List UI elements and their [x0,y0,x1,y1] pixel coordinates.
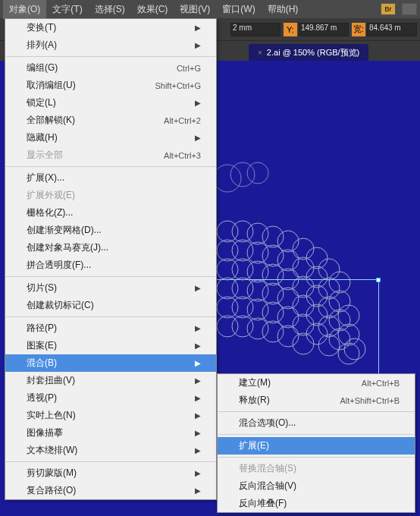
blend-menu-item-5[interactable]: 扩展(E) [218,437,415,455]
object-menu-item-12[interactable]: 栅格化(Z)... [5,204,216,222]
workspace-icon[interactable] [402,3,417,15]
blend-menu-item-9[interactable]: 反向堆叠(F) [218,495,415,512]
object-menu-item-label: 混合(B) [27,357,57,370]
toolbar-y: Y: 149.867 m [284,23,349,36]
blend-menu-item-label: 扩展(E) [239,439,269,452]
menu-window[interactable]: 窗口(W) [216,0,261,19]
chevron-right-icon: ▶ [195,394,201,402]
object-menu-item-22[interactable]: 混合(B)▶ [5,354,216,372]
menu-effect[interactable]: 效果(C) [131,0,174,19]
object-menu-item-label: 创建渐变网格(D)... [27,224,102,237]
svg-point-9 [306,247,328,269]
object-menu-item-label: 实时上色(N) [27,409,76,422]
object-menu-item-label: 拼合透明度(F)... [27,259,91,272]
blend-menu-separator [218,434,414,435]
object-menu-shortcut: Alt+Ctrl+3 [164,151,201,160]
menu-select[interactable]: 选择(S) [89,0,131,19]
object-menu-item-label: 切片(S) [27,282,57,294]
object-menu-item-label: 隐藏(H) [27,131,58,144]
object-menu-item-label: 全部解锁(K) [27,114,75,127]
object-menu-separator [6,461,215,462]
object-menu-item-label: 复合路径(O) [27,484,76,497]
menubar: 对象(O) 文字(T) 选择(S) 效果(C) 视图(V) 窗口(W) 帮助(H… [0,0,420,18]
blend-menu-item-7: 替换混合轴(S) [218,460,415,477]
object-menu-item-label: 排列(A) [27,39,57,52]
object-menu-separator [6,316,215,317]
object-menu-item-27[interactable]: 文本绕排(W)▶ [5,442,216,459]
blend-menu-item-label: 建立(M) [239,376,271,389]
object-menu-separator [6,56,215,57]
chevron-right-icon: ▶ [195,341,201,350]
svg-point-23 [232,259,253,280]
object-menu-item-label: 扩展外观(E) [27,189,75,202]
menu-view[interactable]: 视图(V) [174,0,216,19]
chevron-right-icon: ▶ [195,24,201,32]
svg-point-10 [318,259,340,280]
chevron-right-icon: ▶ [195,469,201,477]
tab-label: 2.ai @ 150% (RGB/预览) [267,47,359,58]
toolbar-x: 2 mm [230,23,281,36]
object-menu-item-0[interactable]: 变换(T)▶ [5,19,216,36]
object-menu: 变换(T)▶排列(A)▶编组(G)Ctrl+G取消编组(U)Shift+Ctrl… [5,18,217,500]
object-menu-item-1[interactable]: 排列(A)▶ [5,36,216,54]
object-menu-item-20[interactable]: 路径(P)▶ [5,319,216,337]
chevron-right-icon: ▶ [195,486,201,495]
object-menu-separator [6,276,215,277]
w-input[interactable]: 84.643 m [367,23,417,36]
object-menu-item-24[interactable]: 透视(P)▶ [5,389,216,407]
object-menu-shortcut: Alt+Ctrl+2 [164,116,201,125]
object-menu-item-29[interactable]: 剪切蒙版(M)▶ [5,464,216,482]
svg-point-2 [247,162,268,184]
menu-object[interactable]: 对象(O) [3,0,46,19]
object-menu-item-label: 透视(P) [27,392,57,404]
object-menu-item-6[interactable]: 全部解锁(K)Alt+Ctrl+2 [5,112,216,129]
object-menu-item-label: 图像描摹 [27,426,63,439]
object-menu-item-21[interactable]: 图案(E)▶ [5,337,216,354]
svg-point-13 [232,240,253,261]
chevron-right-icon: ▶ [195,324,201,332]
object-menu-shortcut: Ctrl+G [177,64,201,73]
object-menu-item-3[interactable]: 编组(G)Ctrl+G [5,59,216,77]
object-menu-item-25[interactable]: 实时上色(N)▶ [5,407,216,424]
object-menu-item-label: 图案(E) [27,339,57,352]
blend-menu-item-label: 反向混合轴(V) [239,480,296,492]
object-menu-item-15[interactable]: 拼合透明度(F)... [5,256,216,274]
svg-point-1 [230,162,255,187]
bridge-icon[interactable]: Br [381,3,396,15]
object-menu-item-7[interactable]: 隐藏(H)▶ [5,129,216,146]
svg-point-6 [262,226,284,247]
chevron-right-icon: ▶ [195,99,201,107]
chevron-right-icon: ▶ [195,41,201,49]
blend-menu-shortcut: Alt+Ctrl+B [362,379,400,388]
object-menu-item-4[interactable]: 取消编组(U)Shift+Ctrl+G [5,77,216,94]
handle-ne[interactable] [376,278,381,282]
blend-submenu: 建立(M)Alt+Ctrl+B释放(R)Alt+Shift+Ctrl+B混合选项… [217,373,415,513]
chevron-right-icon: ▶ [195,411,201,420]
document-tab[interactable]: × 2.ai @ 150% (RGB/预览) [249,44,368,61]
close-icon[interactable]: × [258,49,262,57]
object-menu-item-17[interactable]: 切片(S)▶ [5,279,216,297]
svg-point-4 [232,221,253,242]
object-menu-item-13[interactable]: 创建渐变网格(D)... [5,222,216,239]
object-menu-item-30[interactable]: 复合路径(O)▶ [5,482,216,499]
object-menu-item-26[interactable]: 图像描摹▶ [5,424,216,442]
object-menu-item-10[interactable]: 扩展(X)... [5,169,216,187]
object-menu-item-18[interactable]: 创建裁切标记(C) [5,297,216,314]
object-menu-item-23[interactable]: 封套扭曲(V)▶ [5,372,216,389]
chevron-right-icon: ▶ [195,284,201,292]
menubar-icons: Br [381,3,417,15]
y-input[interactable]: 149.867 m [299,23,349,36]
object-menu-item-label: 文本绕排(W) [27,444,77,457]
object-menu-item-14[interactable]: 创建对象马赛克(J)... [5,239,216,256]
chevron-right-icon: ▶ [195,429,201,437]
blend-menu-item-1[interactable]: 释放(R)Alt+Shift+Ctrl+B [218,392,415,409]
blend-menu-item-8[interactable]: 反向混合轴(V) [218,477,415,495]
object-menu-item-label: 编组(G) [27,61,58,74]
x-input[interactable]: 2 mm [230,23,281,36]
blend-menu-item-0[interactable]: 建立(M)Alt+Ctrl+B [218,374,415,392]
menu-help[interactable]: 帮助(H) [262,0,305,19]
object-menu-item-5[interactable]: 锁定(L)▶ [5,94,216,112]
menu-type[interactable]: 文字(T) [46,0,88,19]
object-menu-item-label: 锁定(L) [27,96,56,109]
blend-menu-item-3[interactable]: 混合选项(O)... [218,414,415,432]
